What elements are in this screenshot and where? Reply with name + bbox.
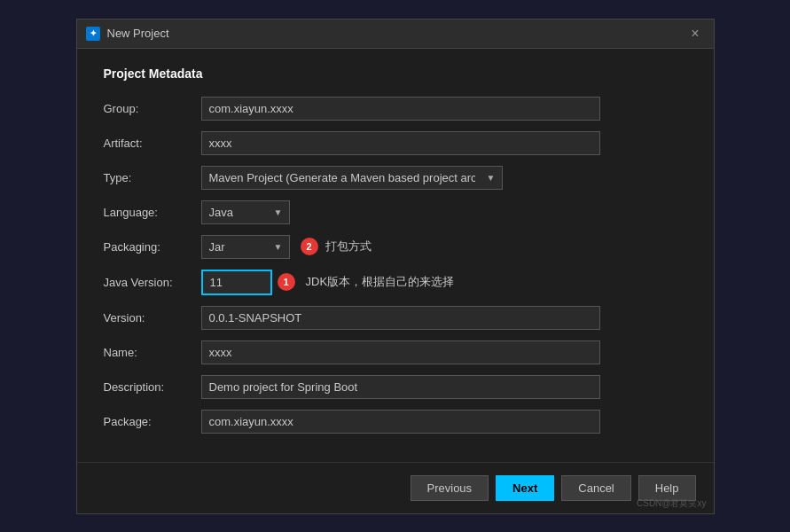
language-label: Language: bbox=[104, 206, 201, 219]
packaging-badge: 2 bbox=[301, 238, 318, 255]
description-input[interactable] bbox=[201, 375, 600, 399]
description-label: Description: bbox=[104, 380, 201, 394]
previous-button[interactable]: Previous bbox=[411, 475, 489, 501]
dialog-title: New Project bbox=[107, 27, 169, 40]
name-label: Name: bbox=[104, 346, 201, 359]
artifact-label: Artifact: bbox=[104, 137, 201, 150]
cancel-button[interactable]: Cancel bbox=[561, 475, 630, 501]
close-button[interactable]: × bbox=[685, 25, 704, 43]
type-label: Type: bbox=[104, 171, 201, 184]
artifact-input[interactable] bbox=[201, 131, 600, 155]
packaging-row: Packaging: Jar War ▼ 2 打包方式 bbox=[104, 235, 687, 259]
dialog-body: Project Metadata Group: Artifact: Type: … bbox=[77, 49, 714, 462]
packaging-label: Packaging: bbox=[104, 240, 201, 254]
section-title: Project Metadata bbox=[104, 66, 687, 81]
group-input[interactable] bbox=[201, 97, 600, 121]
java-version-label: Java Version: bbox=[104, 276, 201, 289]
java-version-wrapper: 1 bbox=[201, 270, 295, 295]
java-version-annotation: JDK版本，根据自己的来选择 bbox=[306, 274, 455, 290]
java-version-input[interactable] bbox=[201, 270, 272, 295]
version-input[interactable] bbox=[201, 306, 600, 330]
language-select[interactable]: Java Kotlin Groovy bbox=[201, 200, 290, 224]
packaging-select-wrapper: Jar War ▼ bbox=[201, 235, 290, 259]
package-row: Package: bbox=[104, 410, 687, 434]
packaging-annotation-text: 打包方式 bbox=[325, 239, 372, 254]
version-label: Version: bbox=[104, 311, 201, 325]
type-select[interactable]: Maven Project (Generate a Maven based pr… bbox=[201, 166, 503, 190]
java-version-annotation-text: JDK版本，根据自己的来选择 bbox=[306, 274, 455, 290]
type-select-wrapper: Maven Project (Generate a Maven based pr… bbox=[201, 166, 503, 190]
app-icon: ✦ bbox=[86, 27, 100, 41]
version-row: Version: bbox=[104, 306, 687, 330]
description-row: Description: bbox=[104, 375, 687, 399]
new-project-dialog: ✦ New Project × Project Metadata Group: … bbox=[76, 19, 715, 514]
language-row: Language: Java Kotlin Groovy ▼ bbox=[104, 200, 687, 224]
watermark: CSDN@君莫笑xy bbox=[637, 497, 707, 510]
type-row: Type: Maven Project (Generate a Maven ba… bbox=[104, 166, 687, 190]
name-input[interactable] bbox=[201, 340, 600, 364]
java-version-badge: 1 bbox=[278, 273, 295, 291]
group-label: Group: bbox=[104, 102, 201, 115]
package-label: Package: bbox=[104, 415, 201, 428]
title-bar: ✦ New Project × bbox=[77, 20, 714, 49]
packaging-annotation: 2 打包方式 bbox=[301, 238, 372, 255]
java-version-row: Java Version: 1 JDK版本，根据自己的来选择 bbox=[104, 270, 687, 295]
title-bar-left: ✦ New Project bbox=[86, 27, 169, 41]
group-row: Group: bbox=[104, 97, 687, 121]
next-button[interactable]: Next bbox=[496, 475, 554, 501]
language-select-wrapper: Java Kotlin Groovy ▼ bbox=[201, 200, 290, 224]
package-input[interactable] bbox=[201, 410, 600, 434]
name-row: Name: bbox=[104, 340, 687, 364]
dialog-footer: Previous Next Cancel Help bbox=[77, 462, 714, 513]
artifact-row: Artifact: bbox=[104, 131, 687, 155]
packaging-select[interactable]: Jar War bbox=[201, 235, 290, 259]
